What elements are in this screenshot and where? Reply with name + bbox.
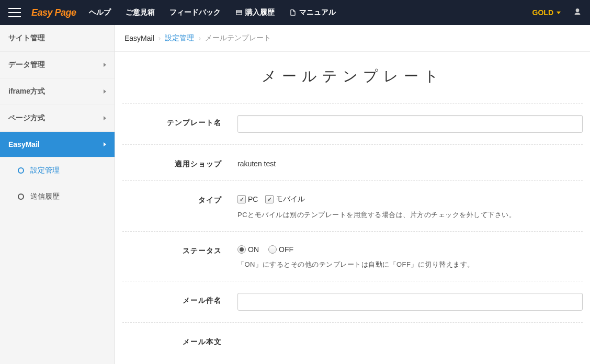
- sidebar-sub-label: 設定管理: [30, 166, 60, 175]
- checkbox-mobile-label: モバイル: [276, 195, 305, 204]
- checkbox-pc[interactable]: [237, 195, 246, 203]
- circle-icon: [18, 194, 24, 200]
- row-subject: メール件名: [122, 281, 583, 322]
- account-dropdown[interactable]: GOLD: [532, 8, 561, 17]
- user-menu[interactable]: [573, 8, 582, 18]
- radio-status-on[interactable]: ON: [237, 245, 259, 254]
- label-body: メール本文: [122, 334, 237, 347]
- checkbox-pc-label: PC: [248, 195, 258, 203]
- template-name-input[interactable]: [237, 115, 583, 133]
- chevron-right-icon: [104, 89, 106, 94]
- radio-on-label: ON: [248, 245, 259, 254]
- sidebar-item-easymail[interactable]: EasyMail: [0, 132, 115, 157]
- status-help-text: 「ON」にするとその他のテンプレートは自動に「OFF」に切り替えます。: [237, 260, 583, 269]
- row-type: タイプ PC モバイル PCとモバイルは別のテンプレートを用意する場合は、片方の…: [122, 180, 583, 231]
- label-status: ステータス: [122, 243, 237, 269]
- sidebar-item-label: EasyMail: [8, 140, 40, 149]
- chevron-right-icon: [104, 142, 106, 146]
- subject-input[interactable]: [237, 293, 583, 311]
- label-subject: メール件名: [122, 293, 237, 311]
- nav-feedback-box[interactable]: ご意見箱: [126, 8, 155, 17]
- checkbox-mobile[interactable]: [265, 195, 274, 203]
- card-icon: [235, 9, 243, 16]
- label-template-name: テンプレート名: [122, 115, 237, 133]
- radio-icon: [237, 245, 246, 254]
- chevron-down-icon: [557, 12, 561, 14]
- radio-status-off[interactable]: OFF: [268, 245, 293, 254]
- row-shop: 適用ショップ rakuten test: [122, 144, 583, 180]
- top-navigation: ヘルプ ご意見箱 フィードバック 購入履歴 マニュアル: [89, 8, 336, 17]
- row-body: メール本文: [122, 322, 583, 358]
- page-title: メールテンプレート: [115, 52, 590, 103]
- radio-off-label: OFF: [279, 245, 293, 254]
- app-logo[interactable]: Easy Page: [31, 7, 76, 18]
- nav-feedback[interactable]: フィードバック: [169, 8, 221, 17]
- sidebar-item-page-mode[interactable]: ページ方式: [0, 105, 115, 132]
- chevron-right-icon: [104, 63, 106, 67]
- circle-icon: [18, 167, 24, 174]
- sidebar-item-data-admin[interactable]: データ管理: [0, 52, 115, 78]
- breadcrumb-root[interactable]: EasyMail: [124, 34, 154, 42]
- sidebar-sub-settings[interactable]: 設定管理: [0, 157, 115, 184]
- sidebar-sub-send-history[interactable]: 送信履歴: [0, 184, 115, 210]
- nav-manual-label: マニュアル: [299, 8, 336, 17]
- breadcrumb-separator-icon: ›: [198, 34, 201, 42]
- row-template-name: テンプレート名: [122, 103, 583, 144]
- sidebar-item-label: iframe方式: [8, 87, 45, 96]
- sidebar: サイト管理 データ管理 iframe方式 ページ方式 EasyMail 設定管理…: [0, 25, 115, 364]
- breadcrumb-separator-icon: ›: [158, 34, 161, 42]
- main-content: EasyMail › 設定管理 › メールテンプレート メールテンプレート テン…: [115, 25, 590, 364]
- sidebar-item-site-admin[interactable]: サイト管理: [0, 25, 115, 52]
- sidebar-sub-label: 送信履歴: [30, 192, 60, 201]
- hamburger-menu-icon[interactable]: [8, 8, 21, 17]
- breadcrumb: EasyMail › 設定管理 › メールテンプレート: [115, 25, 590, 52]
- nav-help[interactable]: ヘルプ: [89, 8, 111, 17]
- label-shop: 適用ショップ: [122, 156, 237, 169]
- sidebar-item-label: ページ方式: [8, 113, 45, 123]
- breadcrumb-current: メールテンプレート: [205, 33, 271, 43]
- breadcrumb-section[interactable]: 設定管理: [165, 33, 194, 43]
- topbar: Easy Page ヘルプ ご意見箱 フィードバック 購入履歴 マニュアル GO…: [0, 0, 590, 25]
- radio-icon: [268, 245, 277, 254]
- nav-purchase-history[interactable]: 購入履歴: [235, 8, 275, 17]
- account-label: GOLD: [532, 8, 553, 17]
- type-help-text: PCとモバイルは別のテンプレートを用意する場合は、片方のチェックを外して下さい。: [237, 210, 583, 220]
- row-status: ステータス ON OFF 「ON」にするとその他のテンプレートは自動に「OFF」…: [122, 231, 583, 281]
- shop-value: rakuten test: [237, 156, 583, 168]
- chevron-right-icon: [104, 116, 106, 120]
- document-icon: [289, 9, 297, 16]
- nav-manual[interactable]: マニュアル: [289, 8, 336, 17]
- user-icon: [573, 8, 582, 16]
- template-form: テンプレート名 適用ショップ rakuten test タイプ PC: [115, 103, 590, 358]
- label-type: タイプ: [122, 192, 237, 220]
- sidebar-item-label: データ管理: [8, 60, 45, 70]
- nav-purchase-history-label: 購入履歴: [245, 8, 275, 17]
- sidebar-item-label: サイト管理: [8, 33, 45, 43]
- sidebar-item-iframe-mode[interactable]: iframe方式: [0, 78, 115, 105]
